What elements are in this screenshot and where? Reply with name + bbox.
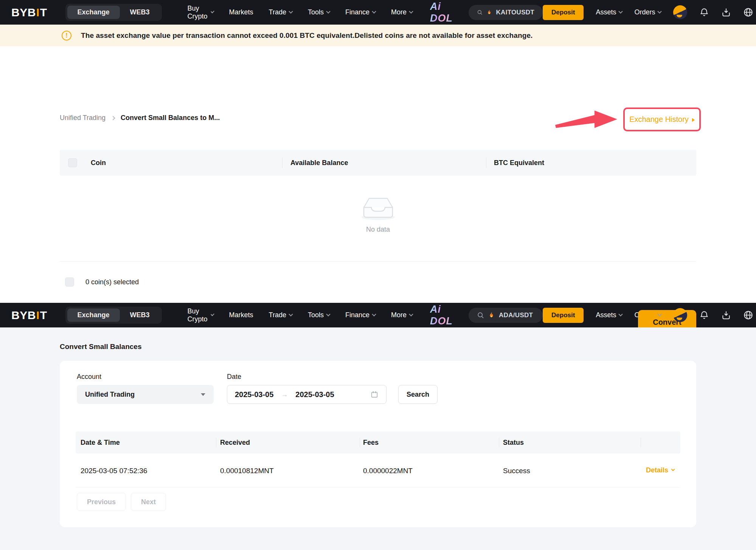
- chevron-down-icon: [658, 9, 662, 13]
- nav-menu: Buy Crypto Markets Trade Tools Finance M…: [188, 307, 413, 323]
- no-data-label: No data: [366, 226, 390, 234]
- menu-finance[interactable]: Finance: [345, 311, 376, 319]
- warning-text: The asset exchange value per transaction…: [81, 31, 532, 40]
- search-icon: [477, 312, 484, 319]
- deposit-button[interactable]: Deposit: [543, 5, 584, 20]
- fire-icon: [488, 312, 495, 319]
- menu-markets[interactable]: Markets: [229, 311, 253, 319]
- warning-banner: The asset exchange value per transaction…: [0, 25, 756, 46]
- menu-more[interactable]: More: [391, 8, 413, 16]
- date-range-picker[interactable]: 2025-03-05 → 2025-03-05: [227, 385, 387, 404]
- caret-right-icon: [692, 118, 695, 122]
- aidol-logo[interactable]: Ai DOL: [430, 304, 453, 327]
- chevron-down-icon: [211, 9, 214, 13]
- chevron-down-icon: [326, 312, 330, 316]
- chevron-down-icon: [289, 9, 293, 13]
- date-from: 2025-03-05: [235, 390, 273, 399]
- menu-finance[interactable]: Finance: [345, 8, 376, 16]
- column-divider: [486, 157, 486, 168]
- orders-menu[interactable]: Orders: [634, 8, 661, 16]
- column-received: Received: [220, 439, 250, 447]
- history-table: Date & Time Received Fees Status 2025-03…: [76, 432, 680, 488]
- nav-search[interactable]: KAITOUSDT: [469, 5, 543, 20]
- globe-language-icon[interactable]: [743, 310, 753, 320]
- column-divider: [216, 438, 216, 447]
- tab-exchange[interactable]: Exchange: [67, 308, 120, 322]
- page-title: Convert Small Balances: [60, 343, 141, 351]
- menu-tools[interactable]: Tools: [308, 311, 330, 319]
- search-ticker: ADA/USDT: [499, 312, 533, 319]
- column-available-balance: Available Balance: [290, 159, 348, 167]
- exchange-web3-toggle: Exchange WEB3: [65, 307, 162, 324]
- previous-button[interactable]: Previous: [77, 493, 126, 511]
- menu-markets[interactable]: Markets: [229, 8, 253, 16]
- tab-exchange[interactable]: Exchange: [67, 6, 120, 19]
- cell-fees: 0.0000022MNT: [363, 467, 413, 475]
- no-data-inbox-icon: [361, 195, 396, 221]
- search-icon: [477, 9, 483, 16]
- caret-down-icon: [201, 393, 205, 396]
- date-to: 2025-03-05: [295, 390, 334, 399]
- aidol-logo[interactable]: Ai DOL: [430, 1, 453, 24]
- menu-tools[interactable]: Tools: [308, 8, 330, 16]
- nav-menu: Buy Crypto Markets Trade Tools Finance M…: [188, 5, 413, 20]
- warning-icon: [62, 31, 71, 41]
- assets-menu[interactable]: Assets: [596, 311, 622, 319]
- history-card: Account Date Unified Trading 2025-03-05 …: [60, 361, 696, 527]
- select-all-checkbox-bottom[interactable]: [65, 277, 74, 287]
- column-date-time: Date & Time: [81, 439, 120, 447]
- download-icon[interactable]: [721, 310, 731, 320]
- deposit-button[interactable]: Deposit: [543, 308, 584, 323]
- assets-menu[interactable]: Assets: [596, 8, 622, 16]
- tab-web3[interactable]: WEB3: [120, 6, 160, 19]
- column-divider: [641, 438, 641, 447]
- chevron-down-icon: [619, 9, 623, 13]
- nav-search[interactable]: ADA/USDT: [469, 308, 543, 323]
- account-select[interactable]: Unified Trading: [77, 385, 214, 404]
- fire-icon: [487, 9, 492, 16]
- menu-trade[interactable]: Trade: [269, 311, 292, 319]
- chevron-down-icon: [372, 312, 376, 316]
- download-icon[interactable]: [721, 8, 731, 17]
- coins-table-header: Coin Available Balance BTC Equivalent: [60, 150, 696, 176]
- column-divider: [360, 438, 360, 447]
- search-ticker: KAITOUSDT: [496, 9, 534, 16]
- selection-summary: 0 coin(s) selected: [65, 277, 139, 287]
- column-divider: [499, 438, 499, 447]
- avatar[interactable]: [673, 5, 687, 19]
- chevron-down-icon: [289, 312, 293, 316]
- details-toggle[interactable]: Details: [646, 466, 674, 474]
- history-table-header: Date & Time Received Fees Status: [76, 432, 680, 453]
- tab-web3[interactable]: WEB3: [120, 308, 160, 322]
- select-all-checkbox[interactable]: [68, 158, 77, 167]
- pagination: Previous Next: [77, 493, 166, 511]
- search-button[interactable]: Search: [398, 385, 438, 404]
- chevron-down-icon: [372, 9, 376, 13]
- menu-buy-crypto[interactable]: Buy Crypto: [188, 307, 214, 323]
- bybit-logo[interactable]: BYBIT: [11, 309, 47, 322]
- chevron-down-icon: [326, 9, 330, 13]
- menu-more[interactable]: More: [391, 311, 413, 319]
- exchange-web3-toggle: Exchange WEB3: [65, 4, 162, 21]
- account-select-value: Unified Trading: [85, 391, 135, 399]
- chevron-down-icon: [671, 467, 675, 471]
- table-row: 2025-03-05 07:52:36 0.00010812MNT 0.0000…: [76, 453, 680, 488]
- column-coin: Coin: [91, 159, 106, 167]
- menu-trade[interactable]: Trade: [269, 8, 292, 16]
- globe-language-icon[interactable]: [743, 7, 753, 17]
- chevron-down-icon: [409, 9, 413, 13]
- empty-state: No data: [0, 195, 756, 234]
- column-fees: Fees: [363, 439, 379, 447]
- next-button[interactable]: Next: [131, 493, 166, 511]
- notifications-bell-icon[interactable]: [699, 8, 709, 17]
- convert-small-balances-page: Unified Trading Convert Small Balances t…: [0, 46, 756, 303]
- notifications-bell-icon[interactable]: [699, 310, 709, 320]
- cell-date-time: 2025-03-05 07:52:36: [81, 467, 147, 475]
- exchange-history-button[interactable]: Exchange History: [623, 108, 701, 131]
- breadcrumb-unified-trading[interactable]: Unified Trading: [60, 114, 106, 122]
- menu-buy-crypto[interactable]: Buy Crypto: [188, 5, 214, 20]
- breadcrumb-current: Convert Small Balances to M...: [121, 114, 220, 122]
- chevron-down-icon: [409, 312, 413, 316]
- bybit-logo[interactable]: BYBIT: [11, 6, 47, 19]
- logo-orange-i: I: [36, 6, 40, 19]
